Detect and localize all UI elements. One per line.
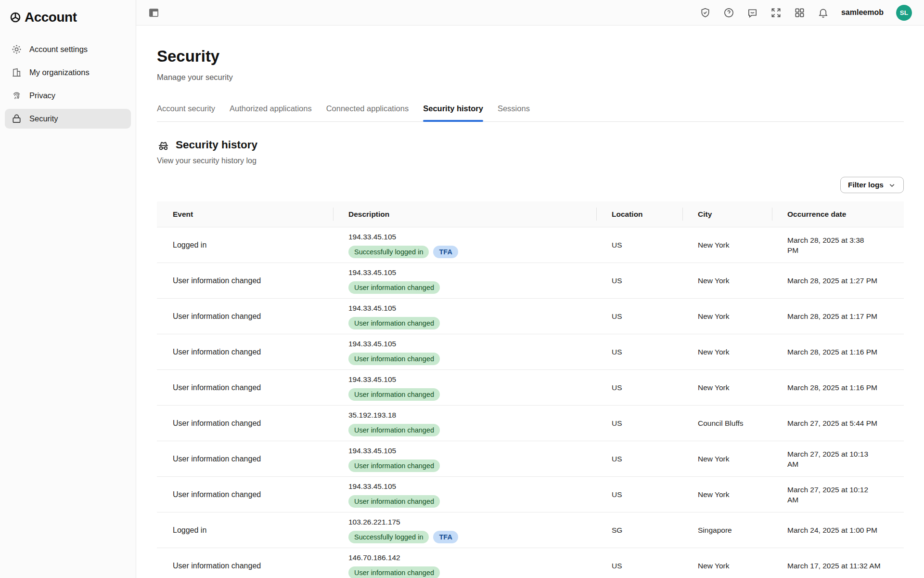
table-row: User information changed 194.33.45.105 U…	[157, 263, 904, 298]
cell-description: 103.26.221.175 Successfully logged inTFA	[333, 512, 596, 548]
badge-group: Successfully logged inTFA	[348, 246, 591, 258]
status-badge: Successfully logged in	[348, 246, 429, 258]
page-title: Security	[157, 47, 904, 66]
cell-occurrence-date: March 27, 2025 at 10:13 AM	[772, 445, 904, 473]
ip-address: 194.33.45.105	[348, 446, 591, 456]
ip-address: 194.33.45.105	[348, 481, 591, 491]
sidebar-item-label: Account settings	[29, 45, 88, 54]
main-content: Security Manage your security Account se…	[136, 26, 924, 578]
tab-authorized-applications[interactable]: Authorized applications	[230, 103, 312, 121]
cell-occurrence-date: March 28, 2025 at 1:16 PM	[772, 342, 904, 361]
cell-occurrence-date: March 17, 2025 at 11:32 AM	[772, 556, 904, 575]
status-badge: User information changed	[348, 281, 440, 294]
cell-location: US	[596, 486, 682, 503]
sidebar-item-security[interactable]: Security	[5, 109, 131, 129]
tab-account-security[interactable]: Account security	[157, 103, 215, 121]
sidebar-item-label: Security	[29, 114, 58, 123]
cell-description: 35.192.193.18 User information changed	[333, 406, 596, 441]
cell-event: User information changed	[157, 450, 333, 468]
help-icon[interactable]	[723, 7, 734, 18]
cell-location: US	[596, 557, 682, 575]
avatar[interactable]: SL	[896, 5, 912, 21]
status-badge: User information changed	[348, 460, 440, 472]
filter-logs-button[interactable]: Filter logs	[840, 177, 904, 193]
cell-event: Logged in	[157, 522, 333, 539]
table-row: User information changed 194.33.45.105 U…	[157, 369, 904, 405]
account-app: Account Account settings My organization…	[0, 0, 924, 578]
cell-occurrence-date: March 28, 2025 at 1:27 PM	[772, 271, 904, 290]
cell-city: New York	[682, 272, 772, 289]
chevron-down-icon	[888, 181, 896, 189]
column-header-event: Event	[157, 201, 333, 227]
tab-security-history[interactable]: Security history	[423, 103, 483, 121]
cell-event: User information changed	[157, 557, 333, 575]
sidebar-item-label: Privacy	[29, 91, 55, 100]
feedback-icon[interactable]	[747, 7, 758, 18]
cell-event: Logged in	[157, 236, 333, 254]
cell-city: New York	[682, 343, 772, 361]
table-row: User information changed 146.70.186.142 …	[157, 548, 904, 578]
cell-description: 194.33.45.105 User information changed	[333, 370, 596, 405]
badge-group: User information changed	[348, 495, 591, 508]
badge-group: User information changed	[348, 317, 591, 329]
cell-city: New York	[682, 236, 772, 254]
cell-location: US	[596, 272, 682, 289]
table-row: User information changed 194.33.45.105 U…	[157, 334, 904, 369]
cell-city: New York	[682, 486, 772, 503]
badge-group: User information changed	[348, 460, 591, 472]
cell-description: 146.70.186.142 User information changed	[333, 548, 596, 578]
table-row: User information changed 194.33.45.105 U…	[157, 441, 904, 476]
cell-occurrence-date: March 27, 2025 at 5:44 PM	[772, 414, 904, 433]
status-badge: User information changed	[348, 353, 440, 365]
cell-occurrence-date: March 24, 2025 at 1:00 PM	[772, 521, 904, 539]
status-badge: User information changed	[348, 566, 440, 578]
tab-connected-applications[interactable]: Connected applications	[326, 103, 409, 121]
table-row: Logged in 103.26.221.175 Successfully lo…	[157, 512, 904, 548]
gear-icon	[11, 44, 22, 55]
cell-location: US	[596, 343, 682, 361]
cell-description: 194.33.45.105 User information changed	[333, 477, 596, 512]
cell-location: US	[596, 379, 682, 396]
ip-address: 194.33.45.105	[348, 267, 591, 277]
shield-check-icon[interactable]	[700, 7, 711, 18]
cell-event: User information changed	[157, 308, 333, 325]
sidebar-nav: Account settings My organizations Privac…	[5, 39, 131, 129]
panel-toggle-icon[interactable]	[148, 7, 159, 18]
cell-occurrence-date: March 28, 2025 at 3:38 PM	[772, 231, 904, 260]
cell-occurrence-date: March 28, 2025 at 1:17 PM	[772, 307, 904, 326]
cell-occurrence-date: March 27, 2025 at 10:12 AM	[772, 480, 904, 509]
cell-location: SG	[596, 522, 682, 539]
tab-bar: Account security Authorized applications…	[157, 103, 904, 122]
sidebar-item-my-organizations[interactable]: My organizations	[5, 63, 131, 82]
section-title: Security history	[176, 139, 257, 151]
table-header-row: Event Description Location City Occurren…	[157, 201, 904, 227]
status-badge: TFA	[433, 246, 458, 258]
cell-event: User information changed	[157, 272, 333, 289]
column-header-description: Description	[333, 201, 596, 227]
status-badge: User information changed	[348, 495, 440, 508]
app-title: Account	[25, 10, 77, 25]
cell-location: US	[596, 415, 682, 432]
column-header-location: Location	[596, 201, 682, 227]
bell-icon[interactable]	[818, 7, 829, 18]
cell-description: 194.33.45.105 User information changed	[333, 441, 596, 476]
badge-group: User information changed	[348, 353, 591, 365]
ip-address: 35.192.193.18	[348, 410, 591, 420]
cell-city: New York	[682, 450, 772, 468]
fingerprint-icon	[11, 90, 22, 101]
cell-city: Council Bluffs	[682, 415, 772, 432]
table-row: User information changed 35.192.193.18 U…	[157, 405, 904, 441]
sidebar-item-account-settings[interactable]: Account settings	[5, 39, 131, 59]
topbar-actions: samleemob SL	[700, 5, 912, 21]
section-subtitle: View your security history log	[157, 156, 904, 166]
tab-sessions[interactable]: Sessions	[498, 103, 530, 121]
fullscreen-icon[interactable]	[770, 7, 782, 18]
spy-icon	[157, 138, 170, 151]
cell-location: US	[596, 308, 682, 325]
status-badge: User information changed	[348, 424, 440, 436]
apps-grid-icon[interactable]	[794, 7, 805, 18]
username[interactable]: samleemob	[841, 8, 884, 17]
sidebar-item-privacy[interactable]: Privacy	[5, 86, 131, 105]
cell-description: 194.33.45.105 User information changed	[333, 263, 596, 298]
topbar: samleemob SL	[136, 0, 924, 26]
